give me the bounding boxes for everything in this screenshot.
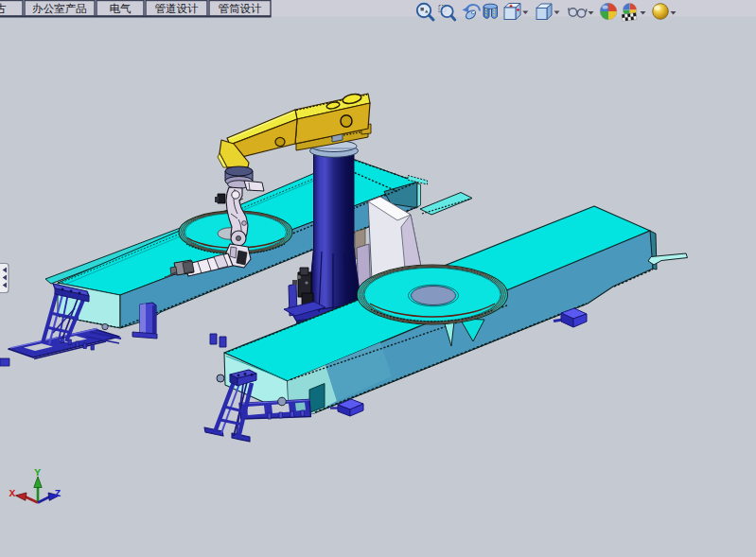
svg-text:办公室产品: 办公室产品 (32, 3, 87, 14)
svg-text:管道设计: 管道设计 (155, 3, 200, 14)
svg-text:管筒设计: 管筒设计 (219, 3, 263, 14)
svg-text:古: 古 (0, 3, 7, 14)
svg-text:Z: Z (55, 487, 62, 499)
svg-text:Y: Y (34, 466, 41, 479)
svg-text:X: X (9, 487, 16, 499)
svg-text:电气: 电气 (110, 3, 132, 14)
